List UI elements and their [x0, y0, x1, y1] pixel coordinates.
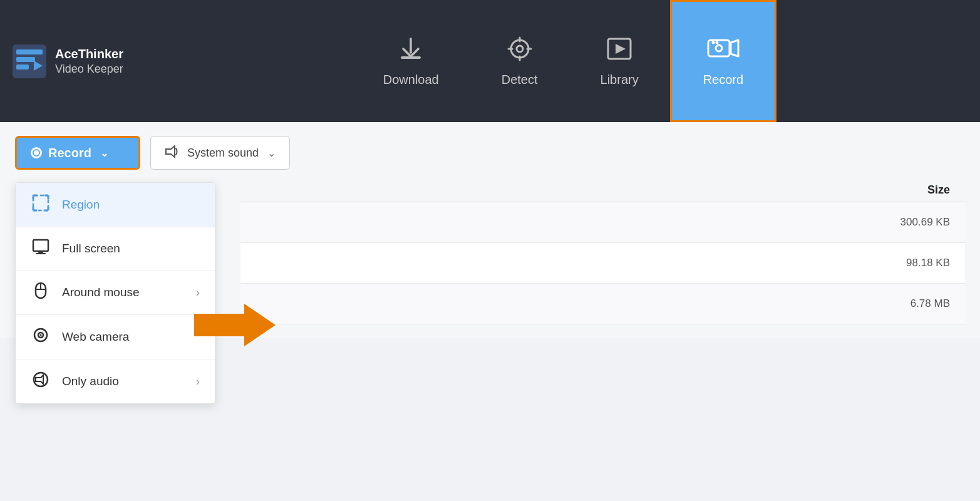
menu-item-fullscreen[interactable]: Full screen — [16, 227, 215, 271]
menu-item-web-camera[interactable]: Web camera — [16, 315, 215, 359]
nav-item-record[interactable]: Record — [670, 0, 776, 122]
record-button-label: Record — [48, 146, 91, 160]
sound-chevron-icon: ⌄ — [267, 147, 276, 159]
web-camera-label: Web camera — [62, 330, 200, 344]
svg-marker-13 — [616, 44, 626, 54]
brand: AceThinker Video Keeper — [13, 44, 123, 78]
svg-rect-14 — [708, 40, 730, 56]
only-audio-label: Only audio — [62, 374, 185, 388]
record-camera-icon — [707, 35, 740, 66]
svg-marker-39 — [36, 375, 43, 384]
svg-rect-3 — [16, 65, 29, 70]
pointing-arrow-icon — [194, 304, 276, 346]
svg-rect-31 — [36, 253, 46, 254]
svg-marker-40 — [194, 304, 276, 346]
record-dot-icon — [31, 147, 42, 158]
size-column-header: Size — [837, 183, 950, 197]
only-audio-arrow-icon: › — [196, 375, 200, 388]
audio-icon — [31, 371, 51, 392]
around-mouse-label: Around mouse — [62, 286, 185, 299]
brand-text: AceThinker Video Keeper — [55, 46, 123, 76]
brand-name-top: AceThinker — [55, 46, 123, 62]
system-sound-button[interactable]: System sound ⌄ — [150, 136, 290, 170]
svg-rect-5 — [401, 56, 421, 59]
toolbar: Record ⌄ System sound ⌄ — [15, 136, 965, 170]
table-row: 98.18 KB — [240, 243, 965, 284]
nav-items: Download Detect Library — [161, 0, 967, 122]
menu-item-around-mouse[interactable]: Around mouse › — [16, 271, 215, 315]
menu-item-only-audio[interactable]: Only audio › — [16, 359, 215, 403]
svg-point-7 — [517, 46, 523, 52]
system-sound-label: System sound — [187, 147, 259, 160]
nav-item-detect[interactable]: Detect — [470, 0, 569, 122]
brand-logo-icon — [13, 44, 46, 78]
around-mouse-arrow-icon: › — [196, 286, 200, 299]
fullscreen-monitor-icon — [31, 239, 51, 259]
download-icon — [397, 35, 425, 66]
region-icon — [31, 194, 51, 215]
dropdown-menu: Region Full screen Around mouse › Web ca… — [15, 182, 215, 404]
svg-point-15 — [716, 45, 722, 51]
table-header: Size — [240, 178, 965, 202]
fullscreen-label: Full screen — [62, 242, 200, 256]
brand-name-bottom: Video Keeper — [55, 62, 123, 76]
svg-point-16 — [711, 41, 714, 44]
nav-label-record: Record — [703, 73, 743, 87]
svg-point-6 — [511, 40, 529, 58]
svg-rect-20 — [33, 195, 48, 210]
svg-rect-1 — [16, 49, 43, 54]
webcam-icon — [31, 326, 51, 348]
svg-rect-30 — [38, 251, 43, 253]
nav-item-library[interactable]: Library — [569, 0, 670, 122]
svg-point-37 — [40, 334, 42, 336]
detect-icon — [506, 35, 534, 66]
menu-item-region[interactable]: Region — [16, 183, 215, 227]
mouse-icon — [31, 282, 51, 303]
table-area: Size 300.69 KB 98.18 KB 6.78 MB — [240, 170, 965, 324]
svg-point-17 — [715, 41, 718, 44]
size-cell-2: 98.18 KB — [837, 257, 950, 269]
table-row: 6.78 MB — [240, 284, 965, 324]
nav-label-detect: Detect — [502, 73, 538, 87]
svg-rect-29 — [33, 240, 48, 251]
nav-item-download[interactable]: Download — [352, 0, 470, 122]
library-icon — [606, 35, 633, 66]
topbar: AceThinker Video Keeper Download Detect … — [0, 0, 980, 122]
nav-label-download: Download — [383, 73, 439, 87]
content-area: Record ⌄ System sound ⌄ Region Full scre… — [0, 122, 980, 338]
svg-marker-18 — [731, 40, 738, 56]
svg-rect-2 — [16, 57, 35, 62]
table-row: 300.69 KB — [240, 202, 965, 243]
arrow-annotation — [194, 304, 276, 349]
size-cell-1: 300.69 KB — [837, 216, 950, 229]
region-label: Region — [62, 198, 200, 212]
svg-marker-19 — [166, 146, 175, 157]
nav-label-library: Library — [601, 73, 639, 87]
record-chevron-icon: ⌄ — [100, 147, 108, 159]
size-cell-3: 6.78 MB — [837, 297, 950, 310]
record-button[interactable]: Record ⌄ — [15, 136, 140, 170]
speaker-icon — [165, 145, 181, 162]
